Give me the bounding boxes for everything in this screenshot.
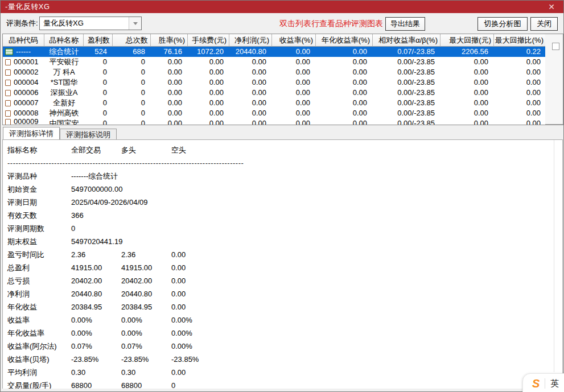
table-row[interactable]: 000006深振业A000.000.000.000.000.000.00/-23…: [3, 88, 545, 98]
cell-value: 0.00/-23.85: [373, 98, 441, 108]
metric-short: 0.00: [171, 261, 562, 274]
column-header[interactable]: 年化收益率(%): [316, 34, 373, 47]
row-checkbox-icon[interactable]: [5, 100, 11, 106]
detail-row: 年化收益率0.00%0.00%0.00%: [3, 327, 562, 340]
metric-all-trades: 20402.00: [71, 274, 121, 287]
table-row[interactable]: 000007全新好000.000.000.000.000.000.00/-23.…: [3, 98, 545, 108]
metric-all-trades: -------综合统计: [71, 170, 121, 183]
row-checkbox-icon[interactable]: [5, 69, 11, 76]
ime-mode-indicator: 英: [550, 378, 559, 389]
metric-label: 评测周期数: [7, 222, 71, 235]
cell-value: 0.00: [272, 98, 316, 108]
column-header[interactable]: 品种代码: [3, 34, 44, 47]
detail-row: 期末权益5497020441.19: [3, 235, 562, 248]
close-icon[interactable]: ✕: [545, 1, 558, 13]
table-row[interactable]: ------综合统计52468876.161072.2020440.800.00…: [3, 47, 545, 57]
row-checkbox-icon[interactable]: [5, 119, 11, 125]
cell-value: 0: [113, 108, 151, 118]
table-row[interactable]: 000008神州高铁000.000.000.000.000.000.00/-23…: [3, 108, 545, 118]
metric-all-trades: 20440.80: [71, 287, 121, 300]
metric-short: 0.00: [171, 366, 562, 379]
cell-value: 0.00: [188, 77, 229, 88]
window-title: -量化反转XG: [1, 2, 50, 12]
detail-header-long: 多头: [121, 143, 171, 156]
code-cell: 000002: [3, 67, 44, 77]
switch-analysis-chart-button[interactable]: 切换分析图: [477, 17, 528, 31]
cell-value: 0.00: [188, 98, 229, 108]
summary-report-icon: [5, 48, 13, 55]
column-header[interactable]: 品种名称: [44, 34, 84, 47]
column-header[interactable]: 胜率(%): [151, 34, 188, 47]
column-header[interactable]: 总次数: [113, 34, 151, 47]
row-checkbox-icon[interactable]: [5, 90, 11, 96]
table-row[interactable]: 000009中国宝安000.000.000.000.000.000.00/-23…: [3, 118, 545, 125]
stock-name: 神州高铁: [44, 108, 84, 118]
cell-value: 0.00: [151, 88, 188, 98]
detail-row: 初始资金5497000000.00: [3, 183, 562, 196]
metric-all-trades: 20384.95: [71, 300, 121, 313]
metric-long: 0.07%: [121, 340, 171, 353]
stock-name: *ST国华: [44, 77, 84, 88]
condition-combobox[interactable]: 量化反转XG: [39, 16, 142, 30]
cell-value: 0.00: [494, 98, 546, 108]
detail-row: 收益率0.00%0.00%0.00%: [3, 313, 562, 327]
metric-label: 收益率(阿尔法): [7, 340, 71, 353]
code-cell: 000008: [3, 108, 44, 118]
column-header[interactable]: 最大回撤(元): [441, 34, 494, 47]
column-header[interactable]: 净利润(元): [229, 34, 272, 47]
tab-indicator-details[interactable]: 评测指标详情: [3, 127, 60, 139]
close-button[interactable]: 关闭: [530, 17, 558, 31]
metric-long: 0.00%: [121, 313, 171, 327]
stock-name: 全新好: [44, 98, 84, 108]
cell-value: 0.00/-23.85: [373, 67, 441, 77]
metric-long: 20402.00: [121, 274, 171, 287]
metric-label: 盈亏时间比: [7, 248, 71, 261]
row-checkbox-icon[interactable]: [5, 59, 11, 65]
cell-value: 0.00: [316, 118, 373, 125]
cell-value: 0: [84, 98, 113, 108]
condition-value: 量化反转XG: [40, 18, 129, 28]
table-row[interactable]: 000002万 科A000.000.000.000.000.000.00/-23…: [3, 67, 545, 77]
cell-value: 0.00: [494, 118, 545, 125]
table-row[interactable]: 000004*ST国华000.000.000.000.000.000.00/-2…: [3, 77, 545, 88]
cell-value: 0.00: [441, 98, 494, 108]
code-cell: 000004: [3, 77, 44, 88]
toolbar: 评测条件: 量化反转XG 双击列表行查看品种评测图表 导出结果 切换分析图 关闭: [1, 13, 563, 34]
cell-value: 0: [113, 67, 151, 77]
export-results-button[interactable]: 导出结果: [385, 17, 425, 31]
metric-label: 收益率(贝塔): [7, 353, 71, 366]
metric-short: [171, 209, 562, 222]
column-header[interactable]: 最大回撤比(%): [494, 34, 546, 47]
cell-value: 0.22: [494, 47, 546, 57]
column-header[interactable]: 手续费(元): [188, 34, 229, 47]
tab-indicator-description[interactable]: 评测指标说明: [60, 129, 117, 139]
row-checkbox-icon[interactable]: [5, 80, 11, 86]
row-checkbox-icon[interactable]: [5, 110, 11, 117]
metric-all-trades: 0.07%: [71, 340, 121, 353]
cell-value: 0.00: [151, 118, 188, 125]
detail-row: 有效天数366: [3, 209, 562, 222]
detail-header-short: 空头: [171, 143, 562, 156]
table-row[interactable]: 000001平安银行000.000.000.000.000.000.00/-23…: [3, 57, 545, 67]
column-header[interactable]: 盈利数: [84, 34, 113, 47]
cell-value: 0.00/-23.85: [373, 88, 441, 98]
stock-code: 000006: [14, 88, 38, 98]
cell-value: 0.00: [229, 77, 272, 88]
dropdown-button[interactable]: [129, 17, 141, 30]
metric-label: 总盈利: [7, 261, 71, 274]
ime-status-widget[interactable]: S 英: [522, 373, 564, 392]
detail-row: 平均利润0.300.300.00: [3, 366, 562, 379]
cell-value: 0.00: [316, 67, 373, 77]
cell-value: 688: [113, 47, 151, 57]
detail-row: 总亏损20402.0020402.000.00: [3, 274, 562, 287]
column-header[interactable]: 收益率(%): [272, 34, 316, 47]
condition-label: 评测条件:: [6, 13, 38, 34]
metric-all-trades: -23.85%: [71, 353, 121, 366]
column-config-button[interactable]: [552, 43, 559, 50]
cell-value: 0.00: [188, 108, 229, 118]
column-header[interactable]: 相对收益率α/β(%): [373, 34, 441, 47]
metric-label: 年化收益: [7, 300, 71, 313]
metric-short: -23.85%: [171, 353, 562, 366]
app-window: -量化反转XG ✕ 评测条件: 量化反转XG 双击列表行查看品种评测图表 导出结…: [0, 0, 564, 392]
code-cell: 000001: [3, 57, 44, 67]
